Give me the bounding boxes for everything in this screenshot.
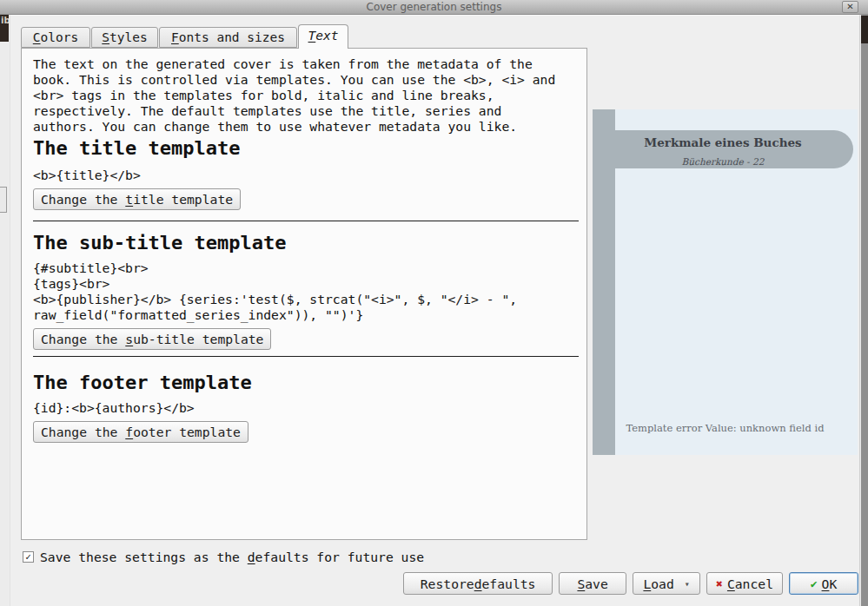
background-window-right-edge — [861, 15, 868, 606]
close-icon[interactable]: ✕ — [842, 1, 858, 13]
background-window-fragment-right — [861, 16, 868, 43]
change-subtitle-template-button[interactable]: Change the sub-title template — [33, 328, 271, 350]
title-template-heading: The title template — [33, 137, 240, 159]
subtitle-template-code: {#subtitle}<br> {tags}<br> <b>{publisher… — [33, 260, 517, 323]
window-titlebar[interactable]: Cover generation settings ✕ — [0, 0, 868, 15]
dialog-button-row: Restore defaults Save Load▾ ✖Cancel ✔OK — [403, 572, 858, 595]
cover-preview: Merkmale eines Buches Bücherkunde - 22 T… — [593, 109, 858, 455]
ok-check-icon: ✔ — [811, 577, 818, 590]
chevron-down-icon: ▾ — [685, 579, 690, 589]
window-title: Cover generation settings — [0, 1, 868, 13]
tab-styles[interactable]: Styles — [91, 27, 158, 48]
change-title-template-button[interactable]: Change the title template — [33, 188, 241, 210]
text-tab-panel: The text on the generated cover is taken… — [21, 48, 587, 540]
load-button[interactable]: Load▾ — [633, 572, 700, 595]
save-button[interactable]: Save — [559, 572, 626, 595]
tab-colors[interactable]: Colors — [21, 27, 90, 48]
save-defaults-row: ✓ Save these settings as the defaults fo… — [23, 549, 424, 564]
background-window-widget-fragment — [0, 187, 7, 213]
change-footer-template-button[interactable]: Change the footer template — [33, 421, 248, 443]
footer-template-code: {id}:<b>{authors}</b> — [33, 400, 195, 416]
cancel-x-icon: ✖ — [716, 577, 723, 590]
ok-button[interactable]: ✔OK — [789, 572, 858, 595]
intro-text: The text on the generated cover is taken… — [33, 56, 555, 135]
cover-footer-text: Template error Value: unknown field id — [593, 422, 858, 434]
background-window-left-edge: ib — [0, 15, 10, 606]
divider — [33, 356, 579, 357]
restore-defaults-button[interactable]: Restore defaults — [403, 572, 553, 595]
footer-template-heading: The footer template — [33, 372, 252, 393]
tab-text[interactable]: Text — [298, 24, 348, 49]
cover-title-banner: Merkmale eines Buches Bücherkunde - 22 — [593, 130, 853, 168]
cover-generation-settings-dialog: Colors Styles Fonts and sizes Text The t… — [10, 15, 860, 606]
cancel-button[interactable]: ✖Cancel — [706, 572, 783, 595]
cover-subtitle: Bücherkunde - 22 — [593, 156, 853, 167]
save-defaults-checkbox[interactable]: ✓ — [23, 551, 34, 563]
subtitle-template-heading: The sub-title template — [33, 232, 286, 254]
divider — [33, 221, 579, 221]
cover-title: Merkmale eines Buches — [593, 135, 853, 149]
save-defaults-label: Save these settings as the defaults for … — [40, 550, 424, 564]
tab-fonts-and-sizes[interactable]: Fonts and sizes — [159, 27, 297, 48]
background-window-fragment: ib — [0, 15, 9, 42]
title-template-code: <b>{title}</b> — [33, 168, 141, 183]
